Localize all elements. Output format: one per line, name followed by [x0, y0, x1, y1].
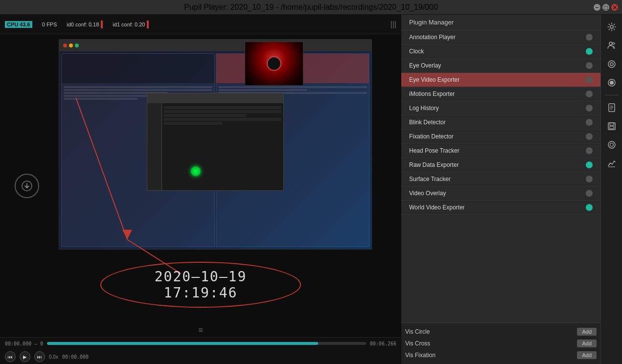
vis-cross-add-button[interactable]: Add — [577, 340, 597, 347]
plugin-toggle[interactable] — [586, 176, 593, 182]
plugin-toggle[interactable] — [586, 147, 593, 154]
plugin-name: Clock — [409, 48, 582, 55]
circle-outline-icon-button[interactable] — [603, 56, 620, 72]
current-time: 00:00.000 — [62, 354, 89, 360]
vis-circle-row: Vis Circle Add — [405, 326, 597, 338]
record2-icon-button[interactable] — [603, 136, 620, 153]
plugin-manager-label: Plugin Manager — [409, 19, 454, 26]
chart-icon-button[interactable] — [603, 155, 620, 172]
plugin-toggle[interactable] — [586, 91, 593, 97]
window-controls: − □ ✕ — [594, 4, 618, 11]
plugin-blink-detector[interactable]: Blink Detector — [401, 115, 600, 130]
dot-green — [75, 44, 79, 47]
svg-point-4 — [610, 25, 613, 28]
download-button[interactable] — [15, 174, 39, 198]
vis-section: Vis Circle Add Vis Cross Add Vis Fixatio… — [401, 322, 600, 364]
plugin-world-video-exporter[interactable]: World Video Exporter — [401, 201, 600, 215]
drag-handle: ||| — [391, 20, 396, 29]
video-area: CPU 43.6 0 FPS id0 conf: 0.18 id1 conf: … — [0, 15, 401, 364]
progress-track[interactable] — [47, 342, 366, 345]
record-icon-button[interactable] — [603, 74, 620, 91]
fps-display: 0 FPS — [42, 22, 57, 27]
plugin-head-pose-tracker[interactable]: Head Pose Tracker — [401, 144, 600, 158]
id0-conf-bar — [101, 21, 103, 28]
plugin-name: Eye Video Exporter — [409, 76, 582, 83]
plugin-name: Log History — [409, 105, 582, 112]
plugin-name: Blink Detector — [409, 119, 582, 126]
save-icon-button[interactable] — [603, 118, 620, 135]
document-icon — [608, 103, 616, 112]
plugin-toggle[interactable] — [586, 48, 593, 55]
svg-point-18 — [608, 141, 615, 148]
people-icon-button[interactable] — [603, 37, 620, 54]
plugin-name: Video Overlay — [409, 190, 582, 197]
plugin-toggle[interactable] — [586, 161, 593, 168]
plugin-fixation-detector[interactable]: Fixation Detector — [401, 130, 600, 144]
id1-conf-bar — [147, 21, 149, 28]
plugin-video-overlay[interactable]: Video Overlay — [401, 186, 600, 201]
next-frame-button[interactable]: ⏭ — [34, 351, 45, 362]
plugin-raw-data-exporter[interactable]: Raw Data Exporter — [401, 158, 600, 172]
vis-cross-row: Vis Cross Add — [405, 338, 597, 349]
cpu-display: CPU 43.6 — [5, 21, 32, 28]
dot-red — [63, 44, 67, 47]
video-content: 2020–10–19 17:19:46 ≡ — [0, 34, 401, 337]
settings-icon-button[interactable] — [603, 19, 620, 35]
svg-rect-17 — [610, 126, 614, 129]
settings-icon — [607, 23, 616, 31]
plugin-toggle[interactable] — [586, 62, 593, 69]
eye-cam-feed — [245, 42, 303, 85]
plugin-toggle[interactable] — [586, 204, 593, 211]
plugin-toggle[interactable] — [586, 34, 593, 41]
svg-point-5 — [609, 42, 612, 45]
plugin-toggle[interactable] — [586, 119, 593, 126]
document-icon-button[interactable] — [603, 99, 620, 116]
plugin-toggle[interactable] — [586, 76, 593, 83]
icon-divider — [605, 95, 619, 95]
download-icon — [22, 181, 32, 191]
dot-yellow — [69, 44, 73, 47]
play-button[interactable]: ▶ — [20, 351, 30, 362]
plugin-name: iMotions Exporter — [409, 91, 582, 97]
minimize-button[interactable]: − — [594, 4, 600, 11]
plugin-eye-overlay[interactable]: Eye Overlay — [401, 59, 600, 73]
plugin-name: Annotation Player — [409, 34, 582, 41]
svg-point-7 — [608, 61, 615, 68]
pupil-marker — [267, 56, 281, 71]
vis-fixation-add-button[interactable]: Add — [577, 351, 597, 359]
record2-icon — [607, 140, 616, 149]
people-icon — [607, 41, 616, 50]
plugin-log-history[interactable]: Log History — [401, 101, 600, 115]
plugin-toggle[interactable] — [586, 190, 593, 197]
plugin-clock[interactable]: Clock — [401, 45, 600, 59]
plugin-name: World Video Exporter — [409, 204, 582, 211]
close-button[interactable]: ✕ — [611, 4, 618, 11]
maximize-button[interactable]: □ — [602, 4, 609, 11]
plugin-imotions-exporter[interactable]: iMotions Exporter — [401, 87, 600, 101]
vis-fixation-row: Vis Fixation Add — [405, 349, 597, 361]
vis-cross-label: Vis Cross — [405, 340, 573, 347]
titlebar: Pupil Player: 2020_10_19 - /home/pupil-l… — [0, 0, 622, 15]
plugin-toggle[interactable] — [586, 105, 593, 112]
plugin-annotation-player[interactable]: Annotation Player — [401, 30, 600, 45]
screen-topbar — [59, 40, 371, 51]
cpu-label: CPU 43.6 — [5, 21, 32, 28]
id0-conf: id0 conf: 0.18 — [67, 21, 103, 28]
id1-conf: id1 conf: 0.20 — [113, 21, 149, 28]
plugin-manager-header: Plugin Manager — [401, 15, 600, 30]
timestamp-overlay: 2020–10–19 17:19:46 — [100, 262, 301, 308]
prev-frame-button[interactable]: ⏮ — [5, 351, 16, 362]
vis-circle-add-button[interactable]: Add — [577, 328, 597, 336]
right-panel: Plugin Manager Annotation Player Clock E… — [401, 15, 600, 364]
plugin-eye-video-exporter[interactable]: Eye Video Exporter — [401, 73, 600, 87]
info-bar: CPU 43.6 0 FPS id0 conf: 0.18 id1 conf: … — [0, 15, 401, 34]
timeline-bar: 00:00.000 – 0 00:06.266 — [0, 338, 401, 350]
plugin-toggle[interactable] — [586, 133, 593, 140]
progress-fill — [47, 342, 318, 345]
svg-point-6 — [613, 43, 615, 45]
plugin-name: Eye Overlay — [409, 62, 582, 69]
gaze-point — [191, 166, 201, 176]
eye-camera — [245, 42, 303, 86]
record-icon — [607, 78, 616, 87]
plugin-surface-tracker[interactable]: Surface Tracker — [401, 172, 600, 186]
